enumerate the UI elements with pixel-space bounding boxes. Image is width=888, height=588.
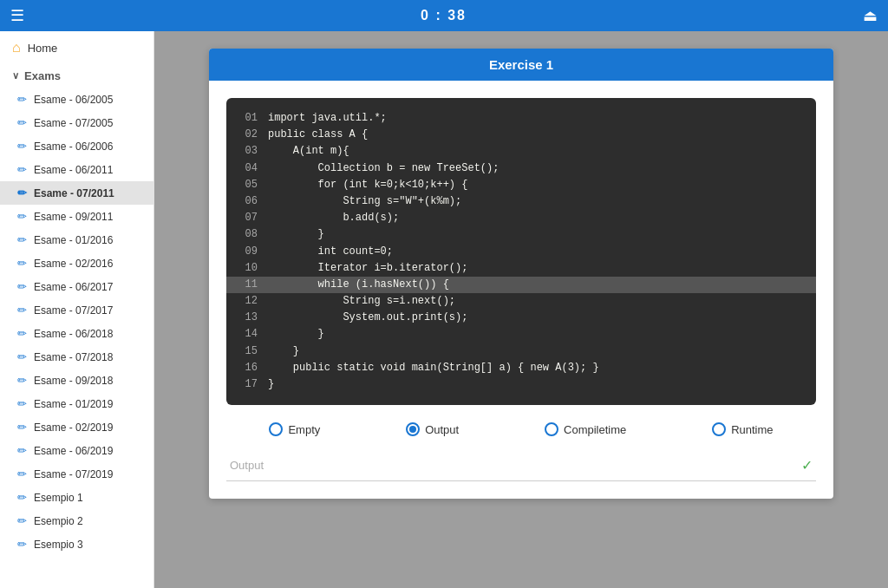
sidebar-item-9[interactable]: ✏Esame - 07/2017 — [0, 298, 153, 322]
sidebar-item-label: Esame - 07/2018 — [34, 351, 113, 363]
line-number: 13 — [240, 310, 258, 326]
pencil-icon: ✏ — [17, 538, 27, 551]
pencil-icon: ✏ — [17, 186, 27, 199]
line-code: while (i.hasNext()) { — [268, 277, 449, 293]
code-line-07: 07 b.add(s); — [240, 210, 802, 226]
sidebar-item-label: Esempio 1 — [34, 492, 83, 504]
code-line-06: 06 String s="W"+(k%m); — [240, 193, 802, 210]
home-icon: ⌂ — [12, 40, 21, 56]
sidebar-item-label: Esame - 07/2019 — [34, 468, 113, 480]
sidebar-item-7[interactable]: ✏Esame - 02/2016 — [0, 252, 153, 275]
line-code: Iterator i=b.iterator(); — [268, 260, 467, 277]
sidebar: ⌂ Home ∨ Exams ✏Esame - 06/2005✏Esame - … — [0, 31, 154, 588]
sidebar-item-2[interactable]: ✏Esame - 06/2006 — [0, 134, 153, 158]
radio-option-empty[interactable]: Empty — [269, 422, 320, 436]
line-number: 10 — [240, 260, 258, 277]
line-number: 03 — [240, 143, 258, 160]
line-code: } — [268, 343, 299, 360]
radio-circle-empty — [269, 422, 283, 436]
radio-options: EmptyOutputCompiletimeRuntime — [226, 422, 816, 436]
line-number: 05 — [240, 177, 258, 193]
code-line-01: 01import java.util.*; — [240, 110, 802, 127]
pencil-icon: ✏ — [17, 491, 27, 504]
radio-option-runtime[interactable]: Runtime — [712, 422, 773, 436]
line-code: Collection b = new TreeSet(); — [268, 160, 499, 177]
sidebar-item-15[interactable]: ✏Esame - 06/2019 — [0, 439, 153, 462]
line-code: int count=0; — [268, 244, 393, 260]
sidebar-item-label: Esame - 06/2011 — [34, 164, 113, 176]
sidebar-item-4[interactable]: ✏Esame - 07/2011 — [0, 181, 153, 205]
sidebar-item-13[interactable]: ✏Esame - 01/2019 — [0, 392, 153, 415]
pencil-icon: ✏ — [17, 140, 27, 153]
sidebar-item-19[interactable]: ✏Esempio 3 — [0, 532, 153, 556]
output-field: Output ✓ — [226, 450, 816, 481]
sidebar-item-5[interactable]: ✏Esame - 09/2011 — [0, 205, 153, 228]
chevron-down-icon: ∨ — [12, 70, 19, 82]
sidebar-item-16[interactable]: ✏Esame - 07/2019 — [0, 462, 153, 486]
line-code: } — [268, 226, 324, 243]
line-code: } — [268, 326, 324, 343]
line-code: public class A { — [268, 127, 368, 143]
sidebar-item-17[interactable]: ✏Esempio 1 — [0, 486, 153, 509]
line-number: 04 — [240, 160, 258, 177]
sidebar-item-14[interactable]: ✏Esame - 02/2019 — [0, 415, 153, 439]
line-number: 07 — [240, 210, 258, 226]
sidebar-exams-section[interactable]: ∨ Exams — [0, 64, 153, 88]
sidebar-item-label: Esame - 06/2006 — [34, 140, 113, 153]
sidebar-home-label: Home — [28, 42, 58, 55]
pencil-icon: ✏ — [17, 257, 27, 270]
code-line-17: 17} — [240, 376, 802, 393]
sidebar-item-label: Esame - 06/2018 — [34, 328, 113, 340]
pencil-icon: ✏ — [17, 163, 27, 176]
pencil-icon: ✏ — [17, 327, 27, 340]
logout-icon[interactable]: ⏏ — [863, 6, 878, 25]
pencil-icon: ✏ — [17, 514, 27, 527]
radio-label-empty: Empty — [288, 423, 320, 436]
code-line-14: 14 } — [240, 326, 802, 343]
line-code: } — [268, 376, 274, 393]
sidebar-home-item[interactable]: ⌂ Home — [0, 31, 153, 64]
sidebar-item-10[interactable]: ✏Esame - 06/2018 — [0, 322, 153, 345]
sidebar-item-label: Esame - 01/2019 — [34, 398, 113, 410]
pencil-icon: ✏ — [17, 210, 27, 223]
sidebar-item-12[interactable]: ✏Esame - 09/2018 — [0, 369, 153, 392]
check-icon: ✓ — [801, 457, 813, 474]
line-number: 15 — [240, 343, 258, 360]
sidebar-item-11[interactable]: ✏Esame - 07/2018 — [0, 345, 153, 369]
exercise-body: 01import java.util.*;02public class A {0… — [209, 81, 833, 499]
radio-label-compiletime: Compiletime — [564, 423, 626, 436]
radio-label-runtime: Runtime — [731, 423, 773, 436]
sidebar-item-label: Esame - 02/2016 — [34, 258, 113, 270]
top-bar: ☰ 0 : 38 ⏏ — [0, 0, 888, 31]
code-line-11: 11 while (i.hasNext()) { — [226, 277, 816, 293]
line-number: 11 — [240, 277, 258, 293]
pencil-icon: ✏ — [17, 280, 27, 293]
radio-option-compiletime[interactable]: Compiletime — [545, 422, 626, 436]
sidebar-item-label: Esame - 06/2019 — [34, 445, 113, 457]
sidebar-item-label: Esame - 09/2018 — [34, 375, 113, 387]
pencil-icon: ✏ — [17, 116, 27, 129]
sidebar-item-3[interactable]: ✏Esame - 06/2011 — [0, 158, 153, 181]
line-number: 01 — [240, 110, 258, 127]
line-number: 02 — [240, 127, 258, 143]
hamburger-icon[interactable]: ☰ — [10, 6, 24, 25]
line-number: 17 — [240, 376, 258, 393]
code-block: 01import java.util.*;02public class A {0… — [226, 98, 816, 405]
pencil-icon: ✏ — [17, 421, 27, 434]
code-line-03: 03 A(int m){ — [240, 143, 802, 160]
sidebar-item-6[interactable]: ✏Esame - 01/2016 — [0, 228, 153, 252]
code-line-05: 05 for (int k=0;k<10;k++) { — [240, 177, 802, 193]
sidebar-item-8[interactable]: ✏Esame - 06/2017 — [0, 275, 153, 298]
output-label: Output — [230, 459, 801, 472]
pencil-icon: ✏ — [17, 467, 27, 480]
sidebar-item-0[interactable]: ✏Esame - 06/2005 — [0, 88, 153, 111]
radio-option-output[interactable]: Output — [406, 422, 459, 436]
line-number: 08 — [240, 226, 258, 243]
sidebar-items-list: ✏Esame - 06/2005✏Esame - 07/2005✏Esame -… — [0, 88, 153, 556]
code-line-04: 04 Collection b = new TreeSet(); — [240, 160, 802, 177]
sidebar-item-label: Esame - 01/2016 — [34, 234, 113, 246]
sidebar-item-label: Esame - 07/2017 — [34, 304, 113, 317]
sidebar-item-1[interactable]: ✏Esame - 07/2005 — [0, 111, 153, 134]
sidebar-item-label: Esame - 07/2005 — [34, 117, 113, 129]
sidebar-item-18[interactable]: ✏Esempio 2 — [0, 509, 153, 532]
